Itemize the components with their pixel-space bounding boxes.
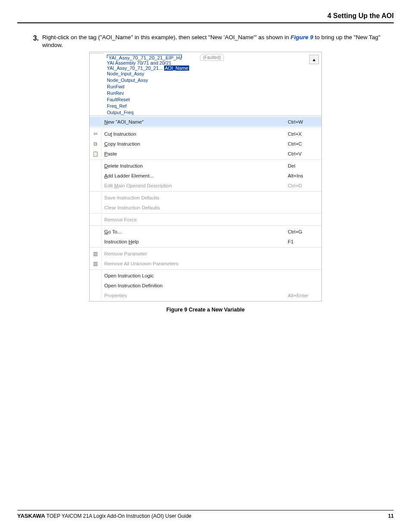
context-menu: New "AOI_Name"Ctrl+W✂Cut InstructionCtrl… [90,115,321,301]
menu-item: Remove Force [90,215,321,224]
param-item: Node_Input_Assy [107,71,182,77]
menu-item[interactable]: Add Ladder Element...Alt+Ins [90,171,321,180]
step-text: Right-click on the tag ("AOI_Name" in th… [42,34,394,49]
menu-shortcut: Ctrl+V [288,151,317,156]
menu-shortcut: Alt+Enter [288,293,317,298]
menu-shortcut: F1 [288,239,317,244]
param-item: RunRev [107,90,182,96]
block-subtitle: YAI Assembly 70/71 and 20/21 [107,60,182,65]
menu-item[interactable]: ✂Cut InstructionCtrl+X [90,129,321,139]
menu-label: Delete Instruction [102,163,288,168]
header-rule [17,22,394,23]
menu-item[interactable]: New "AOI_Name"Ctrl+W [90,117,321,127]
param-list: Node_Input_Assy Node_Output_Assy RunFwd … [107,71,182,115]
menu-shortcut: Ctrl+G [288,229,317,234]
section-heading: 4 Setting Up the AOI [17,12,394,22]
figure-link[interactable]: Figure 9 [291,34,314,40]
footer-rule [17,510,394,510]
menu-item: PropertiesAlt+Enter [90,290,321,300]
menu-label: Edit Main Operand Description [102,183,288,188]
figure-screenshot: YAI_Assy_70_71_20_21_EIP_Hz YAI Assembly… [89,52,322,302]
menu-item: Clear Instruction Defaults [90,202,321,212]
tag-prefix: YAI_Assy_70_71_20_21... [107,65,162,71]
menu-label: Add Ladder Element... [102,173,288,178]
step-3: 3. Right-click on the tag ("AOI_Name" in… [17,34,394,49]
page-footer: YASKAWA TOEP YAICOM 21A Logix Add-On Ins… [17,513,394,519]
menu-label: Cut Instruction [102,131,288,137]
menu-label: Properties [102,293,288,298]
menu-item: ▥Remove Parameter [90,249,321,258]
menu-item[interactable]: Go To...Ctrl+G [90,227,321,236]
param-item: Freq_Ref [107,103,182,109]
menu-item: Edit Main Operand DescriptionCtrl+D [90,180,321,190]
param-item: RunFwd [107,84,182,90]
menu-shortcut: Ctrl+C [288,141,317,146]
menu-label: Save Instruction Defaults [102,195,288,200]
menu-label: Remove All Unknown Parameters [102,261,288,266]
menu-label: Instruction Help [102,239,288,244]
menu-shortcut: Ctrl+W [288,119,317,124]
menu-label: Remove Force [102,217,288,222]
param-item: Output_Freq [107,109,182,116]
tag-row[interactable]: YAI_Assy_70_71_20_21... AOI_Name [107,65,182,71]
menu-item[interactable]: Instruction HelpF1 [90,236,321,246]
faulted-badge: (Faulted) [200,54,224,61]
menu-label: Remove Parameter [102,251,288,256]
menu-item: Save Instruction Defaults [90,193,321,202]
menu-label: Go To... [102,229,288,234]
menu-label: Open Instruction Logic [102,273,288,278]
menu-label: Open Instruction Definition [102,283,288,288]
menu-item: ▥Remove All Unknown Parameters [90,258,321,268]
menu-label: Copy Instruction [102,141,288,146]
menu-label: New "AOI_Name" [102,119,288,124]
instruction-block: YAI_Assy_70_71_20_21_EIP_Hz YAI Assembly… [107,55,182,115]
param-item: Node_Output_Assy [107,77,182,84]
step-number: 3. [17,34,39,49]
menu-item[interactable]: Open Instruction Definition [90,280,321,290]
block-title: YAI_Assy_70_71_20_21_EIP_Hz [107,55,182,60]
menu-item[interactable]: ⧉Copy InstructionCtrl+C [90,139,321,149]
menu-label: Paste [102,151,288,156]
menu-shortcut: Alt+Ins [288,173,317,178]
page-number: 11 [388,513,394,519]
footer-brand: YASKAWA [17,513,45,519]
figure-caption: Figure 9 Create a New Variable [17,307,394,313]
menu-item[interactable]: 📋PasteCtrl+V [90,149,321,159]
footer-doc: TOEP YAICOM 21A Logix Add-On Instruction… [45,513,192,519]
menu-item[interactable]: Delete InstructionDel [90,161,321,171]
scroll-up-button[interactable]: ▲ [309,55,319,64]
menu-shortcut: Ctrl+X [288,131,317,137]
step-pre: Right-click on the tag ("AOI_Name" in th… [42,34,291,40]
menu-shortcut: Del [288,163,317,168]
param-item: FaultReset [107,96,182,103]
menu-label: Clear Instruction Defaults [102,205,288,210]
menu-item[interactable]: Open Instruction Logic [90,271,321,280]
menu-shortcut: Ctrl+D [288,183,317,188]
